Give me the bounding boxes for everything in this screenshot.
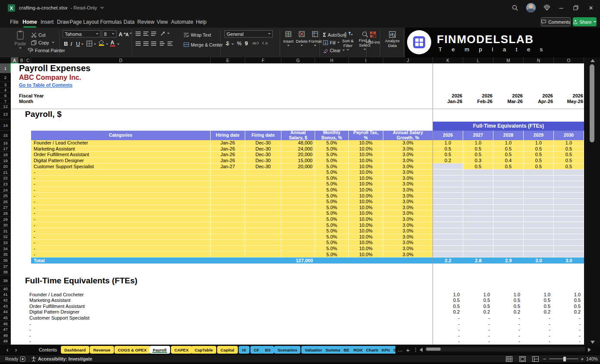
table-cell-name[interactable]: Order Fulfillment Assistant <box>31 152 211 158</box>
table-cell-name[interactable]: - <box>31 176 211 182</box>
table-cell-hire[interactable] <box>211 246 245 252</box>
table-cell-growth[interactable]: 3.0% <box>383 240 433 246</box>
view-page-layout-icon[interactable] <box>519 355 526 363</box>
spreadsheet-grid[interactable]: Payroll ExpensesABC Company Inc.Go to Ta… <box>11 63 584 345</box>
table-cell-fte[interactable] <box>554 181 584 187</box>
table-cell-growth[interactable]: 3.0% <box>383 222 433 228</box>
underline-caret-icon[interactable] <box>81 44 84 45</box>
view-page-break-icon[interactable] <box>532 355 539 363</box>
table-cell-fte[interactable]: 0.3 <box>463 158 493 164</box>
table-cell-tax[interactable]: 10.0% <box>349 217 383 223</box>
row-header-23[interactable]: 23 <box>0 181 11 187</box>
table-cell-name[interactable]: - <box>31 169 211 176</box>
table-cell-growth[interactable]: 3.0% <box>383 210 433 217</box>
sheet-tab-captable[interactable]: CapTable <box>191 346 216 354</box>
decrease-font-button[interactable]: A <box>126 31 132 38</box>
sheet-menu-button[interactable]: ⋮ <box>412 346 420 354</box>
column-header-D[interactable]: D <box>31 57 211 63</box>
column-header-K[interactable]: K <box>433 57 463 63</box>
font-size-combo[interactable]: 8 <box>102 30 117 38</box>
table-cell-growth[interactable]: 3.0% <box>383 140 433 146</box>
table-cell-fte[interactable] <box>463 187 493 193</box>
orientation-caret-icon[interactable] <box>167 33 170 34</box>
row-header-46[interactable]: 46 <box>0 321 11 327</box>
table-cell-fte[interactable] <box>493 205 524 211</box>
zoom-level[interactable]: 140% <box>586 355 598 363</box>
row-header-22[interactable]: 22 <box>0 176 11 182</box>
table-cell-fte[interactable] <box>433 163 463 169</box>
row-header-1[interactable]: 1 <box>0 63 11 73</box>
table-cell-fte[interactable]: 0.5 <box>433 146 463 152</box>
table-cell-hire[interactable] <box>211 193 245 199</box>
avatar[interactable] <box>524 0 538 16</box>
table-cell-fire[interactable]: Dec-30 <box>245 152 281 158</box>
column-header-I[interactable]: I <box>349 57 383 63</box>
table-cell-fire[interactable] <box>245 246 281 252</box>
table-cell-fte[interactable] <box>433 217 463 223</box>
table-cell-fte[interactable] <box>554 234 584 240</box>
table-cell-fte[interactable] <box>463 193 493 199</box>
table-cell-tax[interactable]: 10.0% <box>349 140 383 146</box>
table-cell-salary[interactable]: 20,000 <box>281 163 315 169</box>
table-cell-salary[interactable] <box>281 228 315 234</box>
table-cell-salary[interactable] <box>281 199 315 205</box>
row-header-25[interactable]: 25 <box>0 193 11 199</box>
table-cell-fte[interactable] <box>524 251 554 257</box>
comma-icon[interactable]: 9 <box>245 40 248 47</box>
table-cell-name[interactable]: - <box>31 217 211 223</box>
row-header-28[interactable]: 28 <box>0 210 11 217</box>
row-header-43[interactable]: 43 <box>0 303 11 309</box>
table-cell-fte[interactable] <box>554 217 584 223</box>
table-cell-fte[interactable]: 0.4 <box>493 158 524 164</box>
table-cell-fte[interactable] <box>493 193 524 199</box>
row-header-20[interactable]: 20 <box>0 163 11 169</box>
column-header-A[interactable]: A <box>11 57 19 63</box>
row-header-7[interactable]: 7 <box>0 98 11 104</box>
table-cell-salary[interactable] <box>281 176 315 182</box>
add-ins-button[interactable]: Add-ins <box>367 31 379 54</box>
table-cell-hire[interactable] <box>211 228 245 234</box>
menu-draw[interactable]: Draw <box>56 17 70 27</box>
increase-indent-icon[interactable] <box>167 41 173 46</box>
row-header-47[interactable]: 47 <box>0 326 11 333</box>
table-cell-fte[interactable] <box>433 187 463 193</box>
table-cell-fire[interactable] <box>245 210 281 217</box>
table-cell-bonus[interactable]: 5.0% <box>315 222 349 228</box>
tab-scroll-left[interactable]: ‹ <box>3 346 11 354</box>
table-cell-tax[interactable]: 10.0% <box>349 187 383 193</box>
table-cell-fte[interactable] <box>463 176 493 182</box>
table-cell-fte[interactable]: 0.5 <box>493 146 524 152</box>
decrease-decimal-icon[interactable]: .0 <box>262 41 269 46</box>
table-cell-fte[interactable] <box>433 199 463 205</box>
table-cell-fte[interactable] <box>463 251 493 257</box>
table-cell-tax[interactable]: 10.0% <box>349 228 383 234</box>
table-cell-growth[interactable]: 3.0% <box>383 158 433 164</box>
macro-record-icon[interactable] <box>20 355 25 363</box>
table-cell-hire[interactable]: Jan-26 <box>211 140 245 146</box>
table-cell-bonus[interactable]: 5.0% <box>315 210 349 217</box>
table-cell-fte[interactable] <box>524 222 554 228</box>
table-cell-salary[interactable]: 15,000 <box>281 158 315 164</box>
column-header-J[interactable]: J <box>383 57 433 63</box>
column-header-O[interactable]: O <box>554 57 584 63</box>
sheet-tab-cf[interactable]: CF <box>250 346 263 354</box>
table-cell-fire[interactable] <box>245 234 281 240</box>
table-cell-hire[interactable] <box>211 176 245 182</box>
table-cell-fte[interactable] <box>493 199 524 205</box>
table-cell-growth[interactable]: 3.0% <box>383 152 433 158</box>
table-cell-bonus[interactable]: 5.0% <box>315 199 349 205</box>
currency-icon[interactable]: $ <box>226 41 229 47</box>
copy-button[interactable]: Copy <box>31 39 54 46</box>
table-cell-growth[interactable]: 3.0% <box>383 176 433 182</box>
close-button[interactable]: ✕ <box>584 0 598 16</box>
search-icon[interactable] <box>508 0 522 16</box>
paste-button[interactable]: Paste <box>13 30 28 55</box>
row-header-24[interactable]: 24 <box>0 187 11 193</box>
wrap-text-button[interactable]: Wrap Text <box>183 31 211 38</box>
table-cell-fte[interactable] <box>493 176 524 182</box>
table-cell-fte[interactable] <box>554 210 584 217</box>
table-cell-fte[interactable] <box>433 193 463 199</box>
table-cell-bonus[interactable]: 5.0% <box>315 176 349 182</box>
number-format-combo[interactable]: General <box>224 30 273 38</box>
row-header-39[interactable]: 39 <box>0 275 11 286</box>
